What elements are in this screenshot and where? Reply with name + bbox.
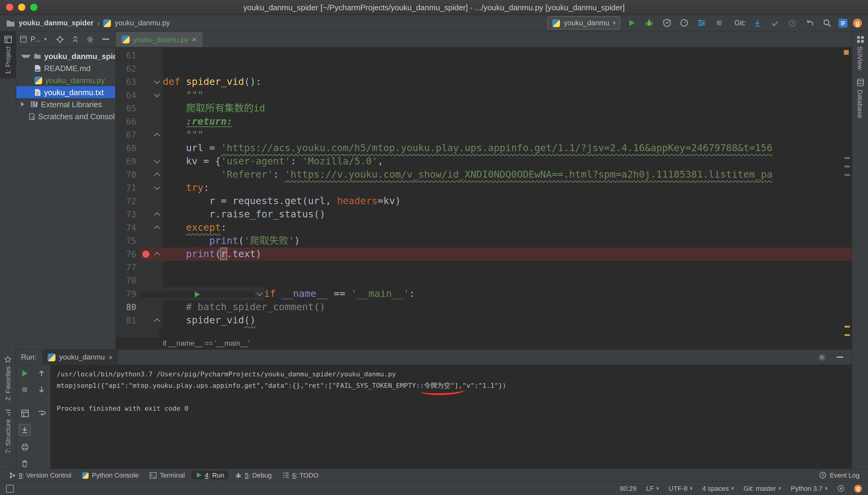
caret-position[interactable]: 80:29	[620, 485, 637, 492]
vcs-rollback-button[interactable]	[803, 17, 816, 29]
line-number[interactable]: 73	[116, 208, 140, 221]
run-line-icon[interactable]	[140, 291, 255, 297]
run-with-coverage-button[interactable]	[661, 17, 673, 29]
restore-layout-icon[interactable]	[19, 408, 30, 419]
encoding-selector[interactable]: UTF-8▾	[669, 485, 692, 492]
line-ending-selector[interactable]: LF▾	[646, 485, 659, 492]
code-text[interactable]: def spider_vid():	[163, 75, 852, 88]
code-text[interactable]: print('爬取失败')	[163, 234, 852, 248]
line-number[interactable]: 72	[116, 194, 140, 208]
chevron-right-icon[interactable]	[21, 102, 27, 107]
breakpoint-icon[interactable]	[140, 251, 152, 258]
code-text[interactable]	[163, 274, 852, 287]
line-number[interactable]: 79	[116, 287, 140, 301]
line-number[interactable]: 64	[116, 88, 140, 102]
gutter[interactable]	[140, 155, 163, 168]
gutter[interactable]	[140, 49, 163, 62]
print-icon[interactable]	[19, 441, 30, 452]
tool-button-favorites[interactable]: 2: Favorites	[0, 352, 16, 405]
tree-item-scratches[interactable]: Scratches and Consoles	[16, 110, 115, 122]
line-number[interactable]: 69	[116, 155, 140, 168]
gutter[interactable]	[140, 141, 163, 155]
down-stack-trace-icon[interactable]	[36, 384, 47, 395]
indent-selector[interactable]: 4 spaces▾	[702, 485, 734, 492]
tool-button-version-control[interactable]: 9: Version Control	[5, 471, 76, 479]
line-number[interactable]: 78	[116, 274, 140, 287]
gear-icon[interactable]	[85, 33, 96, 45]
editor-breadcrumb[interactable]: if __name__ == '__main__'	[163, 339, 249, 347]
code-text[interactable]: r.raise_for_status()	[163, 208, 852, 221]
run-tab-youku-danmu[interactable]: youku_danmu ×	[43, 350, 118, 364]
code-text[interactable]: try:	[163, 181, 852, 194]
fold-marker[interactable]	[152, 213, 162, 216]
line-number[interactable]: 75	[116, 234, 140, 248]
git-branch-selector[interactable]: Git: master▾	[743, 485, 781, 492]
fold-marker[interactable]	[152, 134, 162, 136]
line-number[interactable]: 66	[116, 115, 140, 128]
breadcrumb-file[interactable]: youku_danmu.py	[115, 19, 170, 27]
close-window-button[interactable]	[6, 4, 13, 11]
clear-console-icon[interactable]	[19, 458, 30, 468]
tree-item-external-libraries[interactable]: External Libraries	[16, 98, 115, 110]
gutter[interactable]	[140, 221, 163, 234]
fold-marker[interactable]	[152, 187, 162, 189]
code-text[interactable]: 爬取所有集数的id	[163, 102, 852, 115]
plugin-g-icon[interactable]: g	[853, 18, 862, 28]
code-text[interactable]: kv = {'user-agent': 'Mozilla/5.0',	[163, 155, 852, 168]
vcs-commit-button[interactable]	[769, 17, 781, 29]
code-text[interactable]: """	[163, 88, 852, 102]
scroll-to-end-icon[interactable]	[19, 424, 31, 436]
tree-item-youku-danmu-py[interactable]: youku_danmu.py	[16, 74, 115, 86]
collapse-all-icon[interactable]	[69, 33, 81, 45]
line-number[interactable]: 67	[116, 128, 140, 141]
gear-icon[interactable]	[816, 351, 828, 363]
rerun-button[interactable]	[19, 368, 30, 379]
code-text[interactable]: print(r.text)	[163, 248, 852, 261]
chevron-down-icon[interactable]	[21, 54, 31, 57]
close-tab-icon[interactable]: ×	[109, 353, 113, 362]
gutter[interactable]	[140, 261, 163, 274]
code-text[interactable]	[163, 261, 852, 274]
code-editor[interactable]: 616263def spider_vid():64 """65 爬取所有集数的i…	[116, 48, 852, 337]
gutter[interactable]	[140, 128, 163, 141]
gutter[interactable]	[140, 62, 163, 75]
soft-wrap-icon[interactable]	[36, 408, 47, 419]
fold-marker[interactable]	[152, 319, 162, 322]
line-number[interactable]: 61	[116, 49, 140, 62]
gutter[interactable]	[140, 287, 264, 301]
line-number[interactable]: 81	[116, 314, 140, 327]
tree-item-project-root[interactable]: youku_danmu_spider	[16, 50, 115, 62]
code-text[interactable]: except:	[163, 221, 852, 234]
concurrency-diagram-button[interactable]	[696, 17, 708, 29]
editor-tab-youku-danmu-py[interactable]: youku_danmu.py ×	[116, 32, 202, 47]
line-number[interactable]: 62	[116, 62, 140, 75]
gutter[interactable]	[140, 194, 163, 208]
gutter[interactable]	[140, 208, 163, 221]
fold-marker[interactable]	[152, 173, 162, 176]
line-number[interactable]: 71	[116, 181, 140, 194]
plugin-blue-icon[interactable]	[838, 18, 848, 28]
fold-marker[interactable]	[152, 253, 162, 255]
breadcrumb-project[interactable]: youku_danmu_spider	[19, 19, 94, 27]
error-stripe-mark[interactable]	[845, 174, 850, 176]
stop-button[interactable]	[19, 384, 30, 395]
search-everywhere-icon[interactable]	[821, 17, 833, 29]
error-stripe-mark[interactable]	[845, 166, 850, 167]
fold-marker[interactable]	[152, 226, 162, 229]
gutter[interactable]	[140, 274, 163, 287]
gutter[interactable]	[140, 248, 163, 261]
fold-marker[interactable]	[152, 81, 162, 83]
code-text[interactable]: 'Referer': 'https://v.youku.com/v_show/i…	[163, 168, 852, 181]
tool-button-todo[interactable]: 6: TODO	[278, 471, 323, 479]
vcs-update-button[interactable]	[751, 17, 763, 29]
inspection-indicator[interactable]	[844, 50, 849, 55]
event-log-button[interactable]: Event Log	[830, 472, 859, 479]
code-text[interactable]: :return:	[163, 115, 852, 128]
warning-stripe-mark[interactable]	[845, 326, 850, 328]
gutter[interactable]	[140, 168, 163, 181]
warning-stripe-mark[interactable]	[845, 334, 850, 336]
line-number[interactable]: 74	[116, 221, 140, 234]
tool-button-project[interactable]: 1: Project	[0, 31, 16, 79]
tool-button-python-console[interactable]: Python Console	[78, 471, 143, 479]
line-number[interactable]: 77	[116, 261, 140, 274]
